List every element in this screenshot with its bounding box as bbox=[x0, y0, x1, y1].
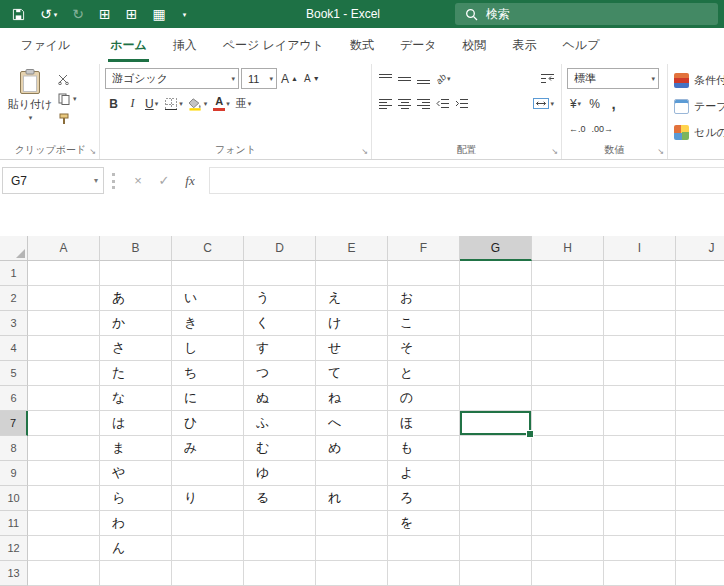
cell-B12[interactable]: ん bbox=[100, 536, 172, 561]
cell-G6[interactable] bbox=[460, 386, 532, 411]
column-header-E[interactable]: E bbox=[316, 236, 388, 261]
cell-B11[interactable]: わ bbox=[100, 511, 172, 536]
cell-J3[interactable] bbox=[676, 311, 724, 336]
number-dialog-launcher[interactable]: ↘ bbox=[657, 148, 664, 156]
cell-I3[interactable] bbox=[604, 311, 676, 336]
cell-D9[interactable]: ゆ bbox=[244, 461, 316, 486]
cell-J2[interactable] bbox=[676, 286, 724, 311]
cell-H10[interactable] bbox=[532, 486, 604, 511]
cell-B2[interactable]: あ bbox=[100, 286, 172, 311]
cell-E12[interactable] bbox=[316, 536, 388, 561]
cell-H6[interactable] bbox=[532, 386, 604, 411]
column-header-D[interactable]: D bbox=[244, 236, 316, 261]
row-header-8[interactable]: 8 bbox=[0, 436, 28, 461]
cell-J5[interactable] bbox=[676, 361, 724, 386]
clipboard-dialog-launcher[interactable]: ↘ bbox=[89, 148, 96, 156]
cell-E6[interactable]: ね bbox=[316, 386, 388, 411]
cell-G9[interactable] bbox=[460, 461, 532, 486]
cell-F6[interactable]: の bbox=[388, 386, 460, 411]
cell-H3[interactable] bbox=[532, 311, 604, 336]
column-header-F[interactable]: F bbox=[388, 236, 460, 261]
cell-G12[interactable] bbox=[460, 536, 532, 561]
cell-F11[interactable]: を bbox=[388, 511, 460, 536]
tab-view[interactable]: 表示 bbox=[500, 28, 550, 62]
cell-I8[interactable] bbox=[604, 436, 676, 461]
cell-E13[interactable] bbox=[316, 561, 388, 586]
cell-J1[interactable] bbox=[676, 261, 724, 286]
cell-E9[interactable] bbox=[316, 461, 388, 486]
fill-color-button[interactable]: ▾ bbox=[187, 93, 210, 114]
row-header-1[interactable]: 1 bbox=[0, 261, 28, 286]
decrease-decimal-button[interactable]: .00→ bbox=[590, 118, 616, 139]
qat-sheet-icon[interactable]: ▦ bbox=[152, 7, 165, 21]
cell-B6[interactable]: な bbox=[100, 386, 172, 411]
cell-F7[interactable]: ほ bbox=[388, 411, 460, 436]
row-header-10[interactable]: 10 bbox=[0, 486, 28, 511]
formula-input[interactable] bbox=[209, 167, 724, 194]
cell-F3[interactable]: こ bbox=[388, 311, 460, 336]
cell-A4[interactable] bbox=[28, 336, 100, 361]
cell-H12[interactable] bbox=[532, 536, 604, 561]
cell-D7[interactable]: ふ bbox=[244, 411, 316, 436]
cell-H1[interactable] bbox=[532, 261, 604, 286]
cell-J12[interactable] bbox=[676, 536, 724, 561]
cell-I13[interactable] bbox=[604, 561, 676, 586]
cell-E7[interactable]: へ bbox=[316, 411, 388, 436]
cell-E10[interactable]: れ bbox=[316, 486, 388, 511]
cell-F1[interactable] bbox=[388, 261, 460, 286]
cell-I12[interactable] bbox=[604, 536, 676, 561]
column-header-C[interactable]: C bbox=[172, 236, 244, 261]
column-header-J[interactable]: J bbox=[676, 236, 724, 261]
cell-F5[interactable]: と bbox=[388, 361, 460, 386]
cell-G4[interactable] bbox=[460, 336, 532, 361]
bold-button[interactable]: B bbox=[105, 93, 122, 114]
cell-C9[interactable] bbox=[172, 461, 244, 486]
align-left-button[interactable] bbox=[377, 93, 394, 114]
cell-B10[interactable]: ら bbox=[100, 486, 172, 511]
cell-F2[interactable]: お bbox=[388, 286, 460, 311]
conditional-formatting-button[interactable]: 条件付き bbox=[674, 67, 724, 93]
cell-H13[interactable] bbox=[532, 561, 604, 586]
row-header-5[interactable]: 5 bbox=[0, 361, 28, 386]
formula-bar-splitter[interactable] bbox=[112, 173, 115, 189]
redo-button[interactable]: ↻ bbox=[72, 7, 84, 21]
cell-C8[interactable]: み bbox=[172, 436, 244, 461]
font-color-button[interactable]: A ▾ bbox=[211, 93, 232, 114]
cell-A9[interactable] bbox=[28, 461, 100, 486]
cell-F8[interactable]: も bbox=[388, 436, 460, 461]
cell-D4[interactable]: す bbox=[244, 336, 316, 361]
borders-button[interactable]: ▾ bbox=[162, 93, 185, 114]
cell-C13[interactable] bbox=[172, 561, 244, 586]
cell-C5[interactable]: ち bbox=[172, 361, 244, 386]
cell-E3[interactable]: け bbox=[316, 311, 388, 336]
cell-C7[interactable]: ひ bbox=[172, 411, 244, 436]
enter-button[interactable]: ✓ bbox=[151, 173, 177, 188]
cell-C12[interactable] bbox=[172, 536, 244, 561]
cell-I11[interactable] bbox=[604, 511, 676, 536]
decrease-indent-button[interactable] bbox=[434, 93, 451, 114]
cell-A10[interactable] bbox=[28, 486, 100, 511]
cell-F4[interactable]: そ bbox=[388, 336, 460, 361]
cell-G11[interactable] bbox=[460, 511, 532, 536]
cell-E2[interactable]: え bbox=[316, 286, 388, 311]
cell-E1[interactable] bbox=[316, 261, 388, 286]
cell-B4[interactable]: さ bbox=[100, 336, 172, 361]
cell-F9[interactable]: よ bbox=[388, 461, 460, 486]
cell-G10[interactable] bbox=[460, 486, 532, 511]
font-dialog-launcher[interactable]: ↘ bbox=[361, 148, 368, 156]
tab-help[interactable]: ヘルプ bbox=[550, 28, 613, 62]
cell-C10[interactable]: り bbox=[172, 486, 244, 511]
cell-A11[interactable] bbox=[28, 511, 100, 536]
cell-G7[interactable] bbox=[460, 411, 532, 436]
cell-J10[interactable] bbox=[676, 486, 724, 511]
search-box[interactable]: 検索 bbox=[455, 3, 718, 25]
cell-C11[interactable] bbox=[172, 511, 244, 536]
cell-G8[interactable] bbox=[460, 436, 532, 461]
select-all-corner[interactable] bbox=[0, 236, 28, 261]
cell-I2[interactable] bbox=[604, 286, 676, 311]
qat-table-icon-2[interactable]: ⊞ bbox=[126, 7, 138, 21]
cell-I9[interactable] bbox=[604, 461, 676, 486]
tab-file[interactable]: ファイル bbox=[8, 28, 83, 62]
align-center-button[interactable] bbox=[396, 93, 413, 114]
align-bottom-button[interactable] bbox=[415, 68, 432, 89]
